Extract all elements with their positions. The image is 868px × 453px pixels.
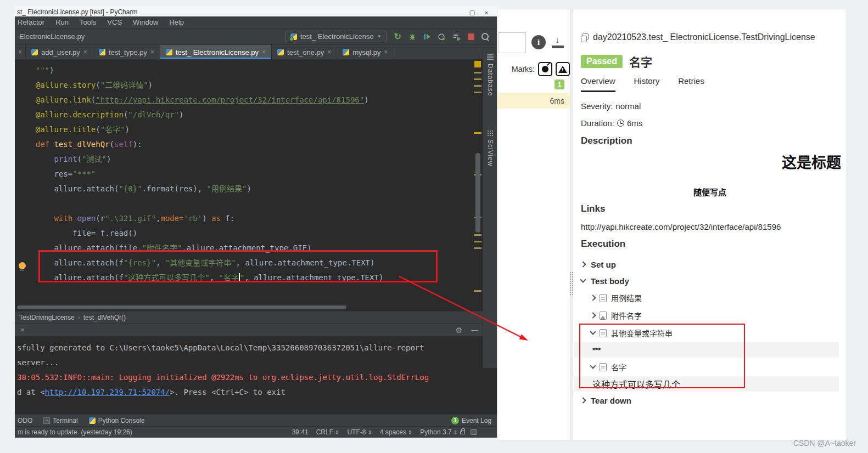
status-widget[interactable]: 4 spaces⇕ bbox=[380, 428, 412, 436]
horizontal-scrollbar[interactable] bbox=[17, 305, 346, 309]
code-line: allure.attach(file,"附件名字",allure.attachm… bbox=[17, 241, 469, 256]
code-line: file= f.read() bbox=[17, 226, 469, 241]
tab-close-icon[interactable]: × bbox=[83, 48, 87, 56]
tree-attachment[interactable]: 其他变量或字符串 bbox=[581, 324, 839, 342]
menu-item-vcs[interactable]: VCS bbox=[107, 18, 122, 26]
sciview-label: SciView bbox=[486, 139, 494, 166]
tree-group-set-up[interactable]: Set up bbox=[581, 256, 839, 273]
tab-close-icon[interactable]: × bbox=[384, 48, 388, 56]
tab-close-icon[interactable]: × bbox=[262, 48, 266, 56]
run-icon[interactable]: ↻ bbox=[394, 31, 401, 42]
profiler-icon[interactable] bbox=[438, 33, 446, 41]
tree-attachment[interactable]: 用例结果 bbox=[581, 289, 839, 307]
run-tab-close-icon[interactable]: × bbox=[20, 326, 25, 334]
editor-tab[interactable]: × bbox=[15, 45, 26, 59]
updown-icon: ⇕ bbox=[408, 429, 412, 435]
chevron-down-icon bbox=[590, 329, 596, 335]
code-line: @allure.link("http://yapi.hikcreate.com/… bbox=[17, 93, 469, 107]
sidebar-item-database[interactable]: Database bbox=[486, 54, 494, 96]
console-settings-gear-icon[interactable]: ⚙ bbox=[455, 326, 462, 335]
run-dashboard-icon[interactable] bbox=[453, 33, 461, 41]
copy-icon[interactable] bbox=[581, 33, 589, 41]
tab-label: add_user.py bbox=[41, 48, 80, 56]
editor-tab[interactable]: test_type.py× bbox=[93, 45, 160, 59]
status-widget[interactable]: 39:41 bbox=[292, 428, 309, 436]
maximize-button[interactable]: ▢ bbox=[465, 9, 479, 16]
breadcrumb-method[interactable]: test_dlVehQr() bbox=[83, 314, 126, 321]
issue-link[interactable]: http://yapi.hikcreate.com/project/32/int… bbox=[581, 222, 781, 231]
tool-window-button-terminal[interactable]: >Terminal bbox=[43, 417, 77, 424]
menu-item-refactor[interactable]: Refactor bbox=[18, 18, 44, 26]
search-input[interactable] bbox=[499, 32, 526, 53]
marks-label: Marks: bbox=[512, 65, 535, 73]
python-file-icon bbox=[277, 49, 284, 55]
tab-history[interactable]: History bbox=[634, 76, 660, 92]
editor-tab[interactable]: test_one.py× bbox=[272, 45, 337, 59]
marks-row: Marks: bbox=[497, 62, 570, 76]
sidebar-item-sciview[interactable]: SciView bbox=[486, 130, 494, 166]
run-console[interactable]: sfully generated to C:\Users\taoke5\AppD… bbox=[15, 336, 497, 414]
editor-tab[interactable]: test_ ElectronicLicense.py× bbox=[160, 45, 272, 59]
editor-tab-bar: ×add_user.py×test_type.py×test_ Electron… bbox=[15, 45, 497, 60]
tree-attachment[interactable]: 附件名字 bbox=[581, 307, 839, 324]
passed-count-badge[interactable]: 1 bbox=[555, 80, 564, 89]
tool-window-button-python-console[interactable]: Python Console bbox=[89, 417, 145, 424]
run-configuration-select[interactable]: test_ ElectronicLicense ▼ bbox=[285, 31, 387, 42]
status-message: m is ready to update. (yesterday 19:26) bbox=[18, 428, 292, 436]
run-with-coverage-icon[interactable] bbox=[423, 33, 431, 41]
flaky-mark-toggle[interactable] bbox=[538, 62, 552, 76]
editor-tab[interactable]: mysql.py× bbox=[337, 45, 394, 59]
chevron-down-icon: ▼ bbox=[377, 34, 382, 39]
close-button[interactable]: × bbox=[479, 9, 494, 16]
tree-group-label: Tear down bbox=[591, 396, 631, 405]
vertical-scrollbar[interactable] bbox=[475, 153, 480, 233]
screen-reader-icon[interactable] bbox=[471, 429, 477, 435]
download-icon[interactable]: ↓ bbox=[551, 35, 564, 49]
lock-icon[interactable] bbox=[460, 431, 465, 434]
editor-scroll-marks[interactable] bbox=[472, 60, 483, 311]
status-widget[interactable]: UTF-8⇕ bbox=[347, 428, 372, 436]
tree-attachment[interactable]: 名字 bbox=[581, 358, 839, 376]
editor-tab[interactable]: add_user.py× bbox=[26, 45, 93, 59]
tab-close-icon[interactable]: × bbox=[18, 48, 22, 56]
breadcrumb-class[interactable]: TestDrivingLicense bbox=[19, 314, 75, 321]
menu-item-window[interactable]: Window bbox=[133, 18, 158, 26]
code-lines: """) @allure.story("二维码详情") @allure.link… bbox=[17, 63, 469, 285]
text-attachment-icon bbox=[600, 329, 607, 337]
tool-window-button-odo[interactable]: ODO bbox=[18, 417, 32, 424]
tab-overview[interactable]: Overview bbox=[581, 76, 615, 92]
menu-item-help[interactable]: Help bbox=[169, 18, 184, 26]
status-widget[interactable]: Python 3.7⇕ bbox=[420, 428, 458, 436]
event-log-button[interactable]: 1 Event Log bbox=[451, 417, 491, 424]
tree-group-tear-down[interactable]: Tear down bbox=[581, 392, 839, 409]
allure-sidebar: i ↓ Marks: 1 6ms bbox=[497, 9, 570, 440]
warning-mark-toggle[interactable] bbox=[556, 62, 570, 76]
info-icon[interactable]: i bbox=[531, 35, 546, 49]
text-attachment-icon bbox=[600, 363, 607, 371]
selected-test-row[interactable]: 6ms bbox=[497, 93, 570, 109]
code-line: with open(r".\321.gif",mode='rb') as f: bbox=[17, 211, 469, 226]
tab-label: mysql.py bbox=[352, 48, 380, 56]
menu-item-run[interactable]: Run bbox=[55, 18, 69, 26]
tree-group-label: Test body bbox=[591, 276, 629, 286]
stop-icon[interactable] bbox=[468, 33, 474, 40]
python-icon bbox=[290, 33, 297, 40]
search-everywhere-icon[interactable] bbox=[481, 33, 489, 41]
code-editor[interactable]: """) @allure.story("二维码详情") @allure.link… bbox=[15, 60, 497, 311]
debug-icon[interactable] bbox=[408, 33, 416, 41]
status-widget[interactable]: CRLF⇕ bbox=[316, 428, 340, 436]
status-widget-label: 4 spaces bbox=[380, 428, 406, 436]
tab-close-icon[interactable]: × bbox=[150, 48, 154, 56]
status-widget-label: CRLF bbox=[316, 428, 333, 436]
code-line: res="***" bbox=[17, 167, 469, 182]
menu-item-tools[interactable]: Tools bbox=[80, 18, 96, 26]
tab-retries[interactable]: Retries bbox=[678, 76, 704, 92]
code-line: allure.attach(f"{res}", "其他变量或字符串", allu… bbox=[17, 256, 469, 270]
tab-close-icon[interactable]: × bbox=[327, 48, 331, 56]
duration-row: Duration: 6ms bbox=[581, 118, 642, 128]
console-minimize-icon[interactable]: — bbox=[471, 326, 478, 334]
database-icon bbox=[487, 54, 494, 61]
tree-group-test-body[interactable]: Test body bbox=[581, 273, 839, 289]
code-line: @allure.description("/dlVeh/qr") bbox=[17, 107, 469, 122]
intention-lightbulb-icon[interactable] bbox=[19, 262, 26, 269]
